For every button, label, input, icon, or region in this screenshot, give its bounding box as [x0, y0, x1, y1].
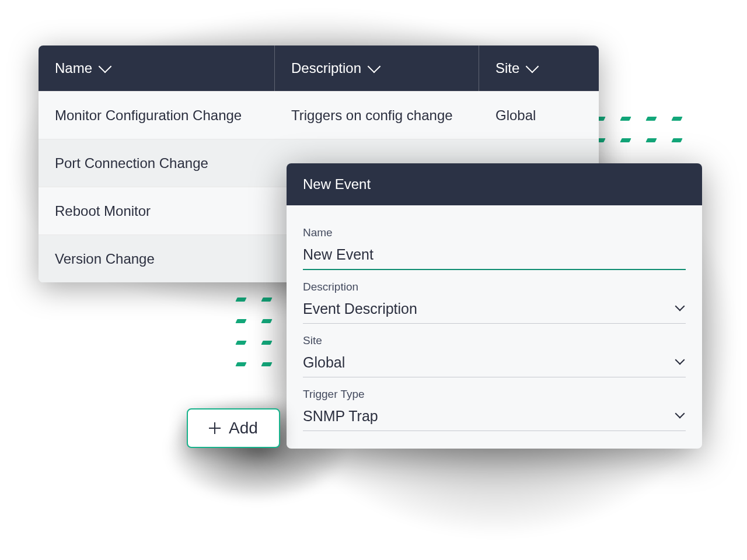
select-value: SNMP Trap: [303, 408, 378, 424]
chevron-down-icon: [99, 60, 112, 74]
cell-name: Port Connection Change: [39, 155, 275, 172]
field-description: Description Event Description: [303, 281, 686, 324]
add-button-label: Add: [229, 419, 258, 438]
cell-name: Monitor Configuration Change: [39, 107, 275, 124]
table-row[interactable]: Monitor Configuration Change Triggers on…: [39, 91, 599, 139]
name-input[interactable]: [303, 243, 686, 270]
column-header-description[interactable]: Description: [275, 46, 479, 91]
column-header-site[interactable]: Site: [479, 46, 599, 91]
chevron-down-icon: [526, 60, 539, 74]
column-header-label: Site: [495, 60, 519, 76]
column-header-label: Name: [55, 60, 92, 76]
cell-name: Reboot Monitor: [39, 203, 275, 219]
site-select[interactable]: Global: [303, 351, 686, 377]
cell-site: Global: [479, 107, 599, 124]
form-title: New Event: [287, 163, 702, 205]
field-label: Site: [303, 334, 686, 347]
column-header-label: Description: [291, 60, 361, 76]
table-header-row: Name Description Site: [39, 46, 599, 91]
field-site: Site Global: [303, 334, 686, 377]
trigger-type-select[interactable]: SNMP Trap: [303, 404, 686, 431]
chevron-down-icon: [675, 355, 685, 365]
field-label: Name: [303, 226, 686, 239]
add-button[interactable]: Add: [187, 408, 280, 448]
select-value: Global: [303, 354, 345, 370]
chevron-down-icon: [675, 409, 685, 419]
field-name: Name: [303, 226, 686, 270]
description-select[interactable]: Event Description: [303, 297, 686, 324]
chevron-down-icon: [368, 60, 381, 74]
field-label: Description: [303, 281, 686, 293]
plus-icon: [209, 422, 221, 434]
chevron-down-icon: [675, 302, 685, 312]
field-label: Trigger Type: [303, 388, 686, 401]
select-value: Event Description: [303, 300, 417, 317]
column-header-name[interactable]: Name: [39, 46, 275, 91]
cell-name: Version Change: [39, 251, 275, 267]
new-event-form: New Event Name Description Event Descrip…: [287, 163, 702, 449]
cell-description: Triggers on config change: [275, 107, 479, 124]
field-trigger-type: Trigger Type SNMP Trap: [303, 388, 686, 431]
